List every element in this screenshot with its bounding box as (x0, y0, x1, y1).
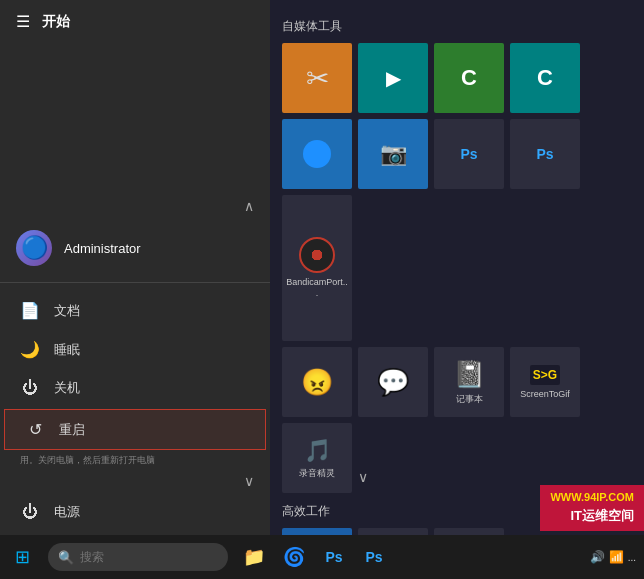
clock: ... (628, 552, 636, 563)
start-icon: ⊞ (15, 546, 30, 568)
app2-icon: ▶ (386, 66, 401, 90)
power-label: 电源 (54, 503, 80, 521)
taskbar-tray: 🔊 📶 ... (590, 550, 644, 564)
taskbar-app-icons: 📁 🌀 Ps Ps (236, 535, 392, 579)
tile-app4[interactable]: C (510, 43, 580, 113)
start-menu: ☰ 开始 ∧ 🔵 Administrator 📄 文档 🌙 睡眠 ⏻ 关机 ↺ (0, 0, 270, 535)
bandicam-label: BandicamPort... (286, 277, 348, 299)
tile-app6[interactable]: 📷 (358, 119, 428, 189)
angry-icon: 😠 (301, 367, 333, 398)
tile-app5[interactable] (282, 119, 352, 189)
shutdown-label: 关机 (54, 379, 80, 397)
bandicam-icon: ⏺ (299, 237, 335, 273)
tile-notepad[interactable]: 📓 记事本 (434, 347, 504, 417)
tile-thispc[interactable]: 🖥 此电脑 (358, 528, 428, 535)
tiles-section: 自媒体工具 ✂ ▶ C C 📷 Ps Ps ⏺ (270, 0, 644, 535)
taskbar-ps2-icon: Ps (365, 549, 382, 565)
power-icon: ⏻ (20, 503, 40, 521)
sleep-icon: 🌙 (20, 340, 40, 359)
tile-myasus[interactable]: // MyASUS (282, 528, 352, 535)
taskbar-search-box[interactable]: 🔍 (48, 543, 228, 571)
recorder-label: 录音精灵 (299, 468, 335, 479)
start-button[interactable]: ⊞ (0, 535, 44, 579)
screentogif-label: ScreenToGif (520, 389, 570, 400)
screentogif-icon: S>G (530, 365, 560, 385)
tile-angry[interactable]: 😠 (282, 347, 352, 417)
user-section[interactable]: 🔵 Administrator (0, 218, 270, 278)
app5-icon (303, 140, 331, 168)
start-title: 开始 (42, 13, 70, 31)
tray-icon-2[interactable]: 📶 (609, 550, 624, 564)
file-explorer-icon: 📁 (243, 546, 265, 568)
docs-label: 文档 (54, 302, 80, 320)
tiles-row2: 😠 💬 📓 记事本 S>G ScreenToGif 🎵 录音精灵 ∨ (282, 347, 632, 493)
tile-bandicam[interactable]: ⏺ BandicamPort... (282, 195, 352, 341)
user-name: Administrator (64, 241, 141, 256)
tile-cut[interactable]: ✂ (282, 43, 352, 113)
search-icon: 🔍 (58, 550, 74, 565)
menu-item-power[interactable]: ⏻ 电源 (0, 493, 270, 531)
scroll-down-arrow[interactable]: ∨ (0, 469, 270, 493)
docs-icon: 📄 (20, 301, 40, 320)
taskbar-ps-icon: Ps (325, 549, 342, 565)
shutdown-icon: ⏻ (20, 379, 40, 397)
scroll-up-arrow[interactable]: ∧ (0, 194, 270, 218)
taskbar-icon-1[interactable]: 📁 (236, 535, 272, 579)
search-input[interactable] (80, 550, 218, 564)
menu-item-restart[interactable]: ↺ 重启 (4, 409, 266, 450)
taskbar: ⊞ 🔍 📁 🌀 Ps Ps 🔊 📶 ... (0, 535, 644, 579)
taskbar-icon-2[interactable]: 🌀 (276, 535, 312, 579)
menu-item-docs[interactable]: 📄 文档 (0, 291, 270, 330)
sleep-label: 睡眠 (54, 341, 80, 359)
cut-icon: ✂ (306, 62, 329, 95)
app3-icon: C (461, 65, 477, 91)
small-tiles-row1: ✂ ▶ C C 📷 Ps Ps ⏺ BandicamPort... (282, 43, 632, 341)
user-avatar: 🔵 (16, 230, 52, 266)
tile-screentogif[interactable]: S>G ScreenToGif (510, 347, 580, 417)
tile-wechat[interactable]: 💬 (358, 347, 428, 417)
shutdown-hint: 用。关闭电脑，然后重新打开电脑 (0, 452, 270, 469)
power-menu: 📄 文档 🌙 睡眠 ⏻ 关机 ↺ 重启 用。关闭电脑，然后重新打开电脑 ∨ ⏻ … (0, 287, 270, 535)
group1-title: 自媒体工具 (282, 18, 632, 35)
notepad-label: 记事本 (456, 394, 483, 405)
menu-item-sleep[interactable]: 🌙 睡眠 (0, 330, 270, 369)
app6-icon: 📷 (380, 141, 407, 167)
tile-ps1[interactable]: Ps (434, 119, 504, 189)
tile-recorder[interactable]: 🎵 录音精灵 (282, 423, 352, 493)
scroll-arrow1: ∨ (358, 423, 368, 493)
taskbar-edge-icon: 🌀 (283, 546, 305, 568)
tile-ps2[interactable]: Ps (510, 119, 580, 189)
hamburger-icon[interactable]: ☰ (16, 12, 30, 31)
tile-app3[interactable]: C (434, 43, 504, 113)
ps2-icon: Ps (536, 146, 553, 162)
wechat-icon: 💬 (377, 367, 409, 398)
watermark: WWW.94IP.COM IT运维空间 (540, 485, 644, 531)
restart-icon: ↺ (25, 420, 45, 439)
recorder-icon: 🎵 (304, 438, 331, 464)
watermark-url: WWW.94IP.COM (550, 489, 634, 507)
taskbar-icon-3[interactable]: Ps (316, 535, 352, 579)
tile-app2[interactable]: ▶ (358, 43, 428, 113)
notepad-icon: 📓 (453, 359, 485, 390)
taskbar-icon-4[interactable]: Ps (356, 535, 392, 579)
tray-icon-1[interactable]: 🔊 (590, 550, 605, 564)
start-header: ☰ 开始 (0, 0, 270, 43)
restart-label: 重启 (59, 421, 85, 439)
watermark-brand: IT运维空间 (550, 506, 634, 527)
app4-icon: C (537, 65, 553, 91)
tile-recycle[interactable]: 🗑 回收站 (434, 528, 504, 535)
ps1-icon: Ps (460, 146, 477, 162)
divider1 (0, 282, 270, 283)
menu-item-shutdown[interactable]: ⏻ 关机 (0, 369, 270, 407)
